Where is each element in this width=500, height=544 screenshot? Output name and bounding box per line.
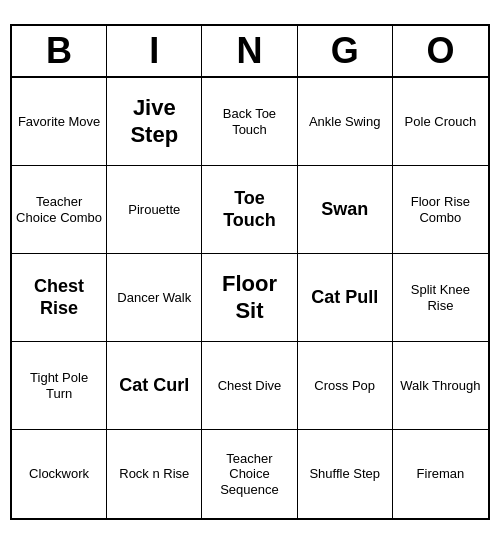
bingo-letter: B: [12, 26, 107, 76]
bingo-cell: Dancer Walk: [107, 254, 202, 342]
bingo-cell: Cat Curl: [107, 342, 202, 430]
bingo-cell: Pirouette: [107, 166, 202, 254]
bingo-cell: Teacher Choice Combo: [12, 166, 107, 254]
bingo-cell: Favorite Move: [12, 78, 107, 166]
bingo-letter: O: [393, 26, 488, 76]
bingo-cell: Jive Step: [107, 78, 202, 166]
bingo-cell: Rock n Rise: [107, 430, 202, 518]
bingo-cell: Cross Pop: [298, 342, 393, 430]
bingo-cell: Fireman: [393, 430, 488, 518]
bingo-letter: G: [298, 26, 393, 76]
bingo-cell: Tight Pole Turn: [12, 342, 107, 430]
bingo-cell: Clockwork: [12, 430, 107, 518]
bingo-cell: Ankle Swing: [298, 78, 393, 166]
bingo-cell: Shuffle Step: [298, 430, 393, 518]
bingo-letter: N: [202, 26, 297, 76]
bingo-cell: Back Toe Touch: [202, 78, 297, 166]
bingo-card: BINGO Favorite MoveJive StepBack Toe Tou…: [10, 24, 490, 520]
bingo-cell: Teacher Choice Sequence: [202, 430, 297, 518]
bingo-cell: Floor Rise Combo: [393, 166, 488, 254]
bingo-letter: I: [107, 26, 202, 76]
bingo-cell: Chest Dive: [202, 342, 297, 430]
bingo-cell: Walk Through: [393, 342, 488, 430]
bingo-cell: Cat Pull: [298, 254, 393, 342]
bingo-cell: Pole Crouch: [393, 78, 488, 166]
bingo-header: BINGO: [12, 26, 488, 78]
bingo-cell: Toe Touch: [202, 166, 297, 254]
bingo-cell: Floor Sit: [202, 254, 297, 342]
bingo-grid: Favorite MoveJive StepBack Toe TouchAnkl…: [12, 78, 488, 518]
bingo-cell: Chest Rise: [12, 254, 107, 342]
bingo-cell: Split Knee Rise: [393, 254, 488, 342]
bingo-cell: Swan: [298, 166, 393, 254]
